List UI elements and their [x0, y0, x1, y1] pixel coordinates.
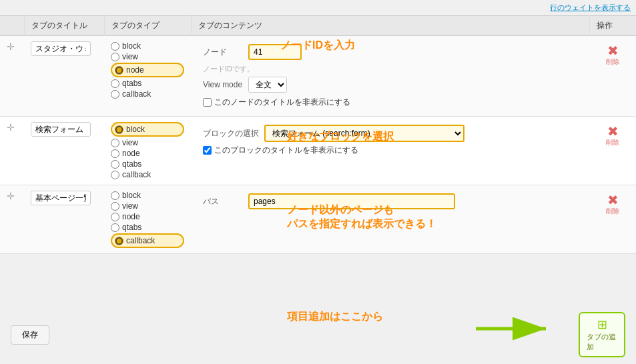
- radio-block[interactable]: block: [111, 41, 184, 51]
- delete-cell: ✖ 削除: [589, 185, 636, 254]
- radio-view[interactable]: view: [111, 52, 184, 61]
- radio-block[interactable]: block: [111, 191, 184, 200]
- delete-cell: ✖ 削除: [589, 36, 636, 117]
- tab-title-input[interactable]: [31, 191, 91, 205]
- radio-block[interactable]: block: [111, 122, 184, 137]
- col-header-type: タブのタイプ: [104, 16, 191, 36]
- radio-view[interactable]: view: [111, 138, 184, 147]
- save-button[interactable]: 保存: [11, 325, 49, 345]
- tab-content-cell: ノード ノードIDです。 View mode 全文 このノードのタイトルを非表示…: [191, 36, 589, 117]
- col-header-title: タブのタイトル: [24, 16, 104, 36]
- delete-icon: ✖: [607, 125, 619, 138]
- radio-node[interactable]: node: [111, 63, 184, 77]
- radio-qtabs[interactable]: qtabs: [111, 223, 184, 232]
- delete-button[interactable]: ✖ 削除: [596, 122, 629, 150]
- delete-button[interactable]: ✖ 削除: [596, 191, 629, 219]
- tab-content-cell: パス: [191, 185, 589, 254]
- drag-handle[interactable]: ✛: [0, 185, 24, 254]
- block-select-label: ブロックの選択: [203, 128, 259, 139]
- tab-type-cell: block view node qtabs callback: [104, 36, 191, 117]
- tab-title-cell: [24, 36, 104, 117]
- table-row: ✛ block view node qtabs callback ノード: [0, 36, 636, 117]
- hide-block-checkbox[interactable]: [203, 146, 212, 155]
- delete-button[interactable]: ✖ 削除: [596, 41, 629, 69]
- delete-label: 削除: [606, 57, 619, 67]
- tab-title-input[interactable]: [31, 41, 91, 56]
- col-header-content: タブのコンテンツ: [191, 16, 589, 36]
- add-tab-label: タブの追加: [587, 332, 617, 352]
- radio-callback[interactable]: callback: [111, 89, 184, 99]
- tab-title-cell: [24, 185, 104, 254]
- radio-node[interactable]: node: [111, 149, 184, 158]
- drag-handle[interactable]: ✛: [0, 36, 24, 117]
- drag-handle[interactable]: ✛: [0, 117, 24, 185]
- radio-group: block view node qtabs callback: [111, 191, 184, 248]
- col-header-action: 操作: [589, 16, 636, 36]
- radio-qtabs[interactable]: qtabs: [111, 79, 184, 88]
- node-id-input[interactable]: [248, 44, 302, 60]
- radio-view[interactable]: view: [111, 201, 184, 211]
- radio-group: block view node qtabs callback: [111, 41, 184, 99]
- radio-callback[interactable]: callback: [111, 170, 184, 179]
- delete-cell: ✖ 削除: [589, 117, 636, 185]
- radio-callback[interactable]: callback: [111, 233, 184, 248]
- add-tab-icon: ⊞: [597, 317, 607, 332]
- view-mode-select[interactable]: 全文: [248, 77, 287, 93]
- node-id-hint: ノードIDです。: [203, 64, 577, 74]
- hide-block-label: このブロックのタイトルを非表示にする: [214, 145, 358, 156]
- node-label: ノード: [203, 47, 243, 58]
- radio-group: block view node qtabs callback: [111, 122, 184, 179]
- radio-node[interactable]: node: [111, 212, 184, 221]
- top-link[interactable]: 行のウェイトを表示する: [0, 0, 636, 15]
- hide-title-checkbox[interactable]: [203, 98, 212, 107]
- add-tab-button[interactable]: ⊞ タブの追加: [579, 312, 625, 357]
- block-select[interactable]: 検索フォーム (search:form): [264, 125, 464, 142]
- delete-label: 削除: [606, 138, 619, 147]
- delete-icon: ✖: [607, 193, 619, 207]
- tab-type-cell: block view node qtabs callback: [104, 185, 191, 254]
- delete-label: 削除: [606, 207, 619, 216]
- view-mode-label: View mode: [203, 80, 243, 89]
- path-input[interactable]: [248, 193, 455, 209]
- main-table: タブのタイトル タブのタイプ タブのコンテンツ 操作 ✛ block view …: [0, 15, 636, 254]
- table-row: ✛ block view node qtabs callback ブロックの選択: [0, 117, 636, 185]
- bottom-bar: 保存 ⊞ タブの追加: [0, 312, 636, 357]
- tab-title-input[interactable]: [31, 122, 91, 137]
- tab-type-cell: block view node qtabs callback: [104, 117, 191, 185]
- path-label: パス: [203, 196, 243, 207]
- table-row: ✛ block view node qtabs callback パス: [0, 185, 636, 254]
- hide-title-label: このノードのタイトルを非表示にする: [214, 97, 350, 108]
- tab-title-cell: [24, 117, 104, 185]
- delete-icon: ✖: [607, 44, 619, 57]
- radio-qtabs[interactable]: qtabs: [111, 159, 184, 169]
- tab-content-cell: ブロックの選択 検索フォーム (search:form) このブロックのタイトル…: [191, 117, 589, 185]
